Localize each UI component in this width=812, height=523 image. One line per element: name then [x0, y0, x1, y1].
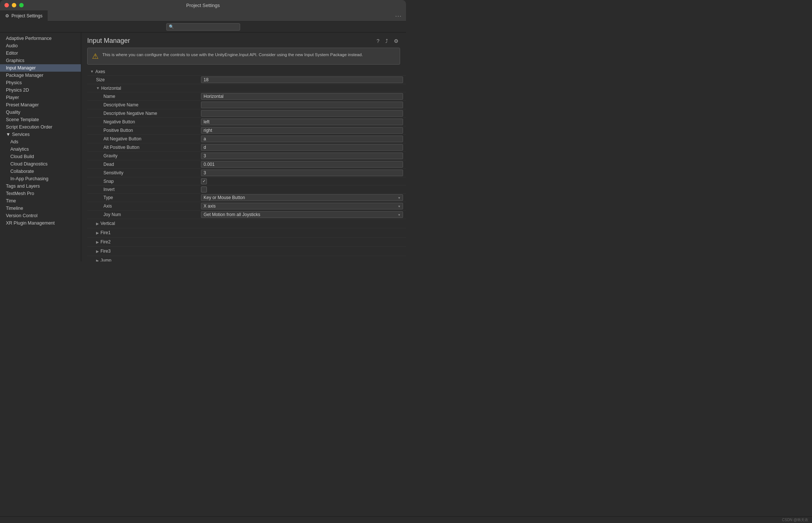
page-title: Input Manager: [87, 37, 130, 45]
field-input-gravity[interactable]: [201, 153, 403, 159]
axes-arrow-icon: ▼: [90, 69, 94, 74]
size-input[interactable]: [201, 76, 403, 83]
titlebar: Project Settings: [0, 0, 406, 10]
sidebar-item-physics-2d[interactable]: Physics 2D: [0, 86, 81, 94]
horizontal-fields: NameDescriptive NameDescriptive Negative…: [87, 92, 406, 219]
field-checkbox-invert[interactable]: [201, 187, 207, 192]
sidebar-item-editor[interactable]: Editor: [0, 49, 81, 57]
search-input[interactable]: [175, 24, 235, 30]
field-row-type: TypeKey or Mouse ButtonMouse MovementJoy…: [87, 194, 406, 202]
horizontal-section-header[interactable]: ▼ Horizontal: [87, 84, 406, 92]
sidebar-item-physics[interactable]: Physics: [0, 79, 81, 86]
content-area: Input Manager ? ⤴ ⚙ ⚠ This is where you …: [81, 33, 406, 262]
field-row-snap: Snap✓: [87, 177, 406, 185]
tab-more-button[interactable]: ⋯: [395, 12, 406, 20]
field-row-alt-positive-button: Alt Positive Button: [87, 143, 406, 152]
field-select-axis[interactable]: X axisY axis3rd axis4th axis: [201, 203, 403, 209]
warning-text: This is where you can configure the cont…: [102, 52, 363, 58]
sidebar-item-version-control[interactable]: Version Control: [0, 212, 81, 219]
search-icon: 🔍: [169, 24, 174, 29]
field-label-snap: Snap: [87, 178, 198, 185]
sidebar-item-preset-manager[interactable]: Preset Manager: [0, 101, 81, 109]
checkmark-icon: ✓: [202, 179, 206, 184]
sidebar-item-time[interactable]: Time: [0, 197, 81, 205]
collapsed-axis-jump[interactable]: ▶Jump: [87, 256, 406, 262]
sidebar-item-analytics[interactable]: Analytics: [0, 146, 81, 153]
collapsed-axis-fire1[interactable]: ▶Fire1: [87, 228, 406, 237]
field-label-sensitivity: Sensitivity: [87, 169, 198, 177]
field-row-positive-button: Positive Button: [87, 126, 406, 135]
field-select-joy-num[interactable]: Get Motion from all JoysticksJoystick 1J…: [201, 211, 403, 218]
minimize-button[interactable]: [12, 3, 16, 7]
sidebar-item-quality[interactable]: Quality: [0, 109, 81, 116]
field-input-dead[interactable]: [201, 161, 403, 168]
collapsed-arrow-icon: ▶: [96, 231, 99, 235]
collapsed-axes: ▶Vertical▶Fire1▶Fire2▶Fire3▶Jump▶Mouse X…: [87, 219, 406, 262]
collapsed-arrow-icon: ▶: [96, 222, 99, 226]
sidebar-item-player[interactable]: Player: [0, 94, 81, 101]
sidebar-item-package-manager[interactable]: Package Manager: [0, 72, 81, 79]
sidebar-item-script-execution-order[interactable]: Script Execution Order: [0, 123, 81, 131]
sidebar-item-collaborate[interactable]: Collaborate: [0, 168, 81, 175]
settings-button[interactable]: ⚙: [392, 37, 400, 45]
sidebar-item-tags-and-layers[interactable]: Tags and Layers: [0, 182, 81, 190]
collapsed-axis-fire3[interactable]: ▶Fire3: [87, 247, 406, 256]
field-input-positive-button[interactable]: [201, 127, 403, 134]
field-label-axis: Axis: [87, 202, 198, 210]
collapsed-axis-fire2[interactable]: ▶Fire2: [87, 237, 406, 247]
field-input-alt-negative-button[interactable]: [201, 136, 403, 142]
axes-section-header[interactable]: ▼ Axes: [87, 68, 406, 76]
collapsed-arrow-icon: ▶: [96, 240, 99, 244]
upload-button[interactable]: ⤴: [384, 37, 389, 45]
field-select-wrap-axis: X axisY axis3rd axis4th axis▾: [201, 203, 403, 209]
sidebar-item-cloud-build[interactable]: Cloud Build: [0, 153, 81, 160]
sidebar-item-scene-template[interactable]: Scene Template: [0, 116, 81, 123]
field-label-alt-negative-button: Alt Negative Button: [87, 135, 198, 143]
field-row-dead: Dead: [87, 160, 406, 169]
sidebar-item-xr-plugin-management[interactable]: XR Plugin Management: [0, 219, 81, 227]
window-title: Project Settings: [186, 3, 220, 8]
field-row-joy-num: Joy NumGet Motion from all JoysticksJoys…: [87, 211, 406, 219]
sidebar-item-input-manager[interactable]: Input Manager: [0, 64, 81, 72]
sidebar-item-textmesh-pro[interactable]: TextMesh Pro: [0, 190, 81, 197]
close-button[interactable]: [4, 3, 9, 7]
axes-label: Axes: [95, 69, 105, 74]
field-row-name: Name: [87, 92, 406, 101]
sidebar-item-graphics[interactable]: Graphics: [0, 57, 81, 64]
field-checkbox-snap[interactable]: ✓: [201, 178, 207, 184]
sidebar-item-adaptive-performance[interactable]: Adaptive Performance: [0, 35, 81, 42]
services-arrow-icon: ▼: [6, 132, 10, 137]
main-layout: Adaptive PerformanceAudioEditorGraphicsI…: [0, 33, 406, 262]
field-input-name[interactable]: [201, 93, 403, 100]
field-input-descriptive-negative-name[interactable]: [201, 110, 403, 117]
field-input-sensitivity[interactable]: [201, 170, 403, 176]
field-label-invert: Invert: [87, 186, 198, 193]
field-label-negative-button: Negative Button: [87, 118, 198, 126]
maximize-button[interactable]: [19, 3, 24, 7]
field-label-alt-positive-button: Alt Positive Button: [87, 144, 198, 151]
field-row-axis: AxisX axisY axis3rd axis4th axis▾: [87, 202, 406, 211]
sidebar-item-ads[interactable]: Ads: [0, 138, 81, 146]
collapsed-axis-label: ▶Fire3: [87, 247, 198, 255]
sidebar-item-timeline[interactable]: Timeline: [0, 205, 81, 212]
gear-icon: ⚙: [5, 13, 9, 18]
field-label-positive-button: Positive Button: [87, 127, 198, 134]
field-input-negative-button[interactable]: [201, 119, 403, 125]
props-area: ▼ Axes Size ▼ Horizontal: [81, 68, 406, 262]
sidebar-item-services[interactable]: ▼Services: [0, 131, 81, 138]
content-actions: ? ⤴ ⚙: [375, 37, 400, 45]
titlebar-buttons: [4, 3, 24, 7]
field-input-alt-positive-button[interactable]: [201, 144, 403, 151]
collapsed-axis-label: ▶Jump: [87, 257, 198, 262]
help-button[interactable]: ?: [375, 37, 381, 45]
field-row-invert: Invert: [87, 185, 406, 194]
sidebar-item-in-app-purchasing[interactable]: In-App Purchasing: [0, 175, 81, 182]
sidebar-item-audio[interactable]: Audio: [0, 42, 81, 49]
collapsed-axis-vertical[interactable]: ▶Vertical: [87, 219, 406, 228]
sidebar-item-cloud-diagnostics[interactable]: Cloud Diagnostics: [0, 160, 81, 168]
tab-project-settings[interactable]: ⚙ Project Settings: [0, 10, 48, 21]
field-input-descriptive-name[interactable]: [201, 102, 403, 108]
field-row-descriptive-name: Descriptive Name: [87, 101, 406, 109]
size-row: Size: [87, 76, 406, 84]
field-select-type[interactable]: Key or Mouse ButtonMouse MovementJoystic…: [201, 194, 403, 201]
